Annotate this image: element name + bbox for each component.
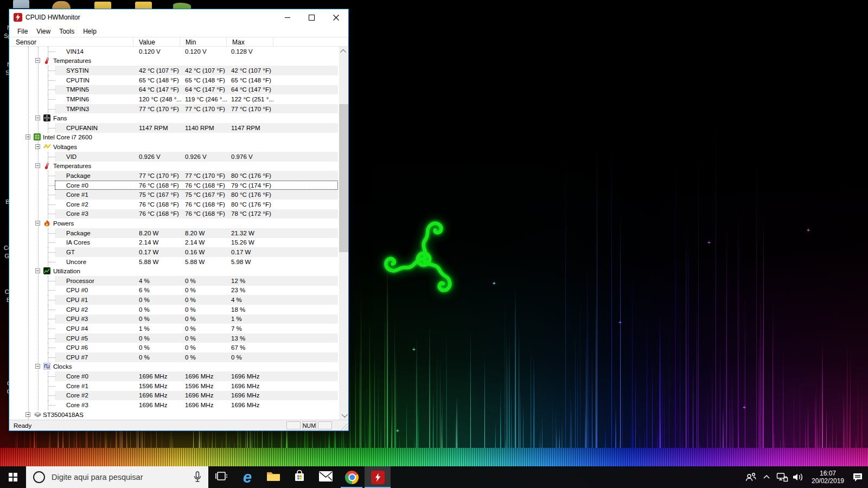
- sensor-row[interactable]: CPU #10 %0 %4 %: [9, 295, 339, 305]
- menu-tools[interactable]: Tools: [55, 27, 79, 36]
- menubar: FileViewToolsHelp: [9, 25, 348, 37]
- microphone-icon[interactable]: [193, 471, 202, 485]
- sensor-row[interactable]: Temperatures: [9, 162, 339, 171]
- max-cell: 67 %: [231, 344, 245, 351]
- menu-view[interactable]: View: [32, 27, 55, 36]
- power-icon: [43, 220, 51, 227]
- sensor-row[interactable]: CPU #60 %0 %67 %: [9, 343, 339, 352]
- light-streak: [446, 329, 447, 466]
- sensor-row[interactable]: CPUFANIN1147 RPM1140 RPM1147 RPM: [9, 123, 339, 133]
- sensor-row[interactable]: CPU #70 %0 %0 %: [9, 352, 339, 362]
- file-explorer-button[interactable]: [260, 466, 286, 488]
- tray-chevron-button[interactable]: [761, 471, 773, 483]
- action-center-button[interactable]: [852, 471, 864, 483]
- sensor-row[interactable]: Utilization: [9, 266, 339, 276]
- light-streak: [697, 298, 697, 466]
- column-header-blank[interactable]: [273, 37, 348, 46]
- sensor-row[interactable]: CPU #20 %0 %18 %: [9, 305, 339, 314]
- store-button[interactable]: [286, 466, 312, 488]
- menu-help[interactable]: Help: [79, 27, 101, 36]
- chrome-button[interactable]: [339, 466, 365, 488]
- menu-file[interactable]: File: [13, 27, 32, 36]
- sensor-row[interactable]: Core #276 °C (168 °F)76 °C (168 °F)80 °C…: [9, 200, 339, 209]
- sensor-row[interactable]: Fans: [9, 113, 339, 123]
- sensor-row[interactable]: CPU #41 %0 %7 %: [9, 324, 339, 333]
- sensor-row[interactable]: Clocks: [9, 362, 339, 372]
- start-button[interactable]: [0, 466, 26, 488]
- light-streak: [716, 109, 716, 466]
- desktop-icon-fragment[interactable]: [173, 3, 191, 9]
- sensor-row[interactable]: Powers: [9, 219, 339, 228]
- sensor-row[interactable]: TMPIN564 °C (147 °F)64 °C (147 °F)64 °C …: [9, 85, 339, 95]
- light-streak: [758, 335, 760, 466]
- scrollbar-thumb[interactable]: [339, 104, 348, 252]
- chrome-icon: [342, 468, 361, 486]
- row-background: [55, 266, 338, 276]
- minimize-button[interactable]: [275, 9, 299, 25]
- column-header-max[interactable]: Max: [227, 37, 273, 46]
- sensor-row[interactable]: Intel Core i7 2600: [9, 133, 339, 143]
- min-cell: 76 °C (168 °F): [185, 182, 225, 189]
- sensor-row[interactable]: Core #376 °C (168 °F)76 °C (168 °F)78 °C…: [9, 209, 339, 219]
- sensor-row[interactable]: CPU #06 %0 %23 %: [9, 286, 339, 296]
- internet-explorer-button[interactable]: e: [234, 466, 260, 488]
- network-icon[interactable]: [776, 471, 788, 483]
- max-cell: 12 %: [231, 278, 245, 284]
- sensor-row[interactable]: SYSTIN42 °C (107 °F)42 °C (107 °F)42 °C …: [9, 66, 339, 75]
- group-label: Utilization: [53, 268, 80, 274]
- people-button[interactable]: [745, 471, 757, 483]
- status-text: Ready: [9, 422, 31, 429]
- sensor-row[interactable]: CPU #30 %0 %1 %: [9, 314, 339, 324]
- vertical-scrollbar[interactable]: [339, 47, 348, 420]
- sensor-row[interactable]: TMPIN377 °C (170 °F)77 °C (170 °F)77 °C …: [9, 104, 339, 114]
- task-view-button[interactable]: [208, 466, 234, 488]
- light-streak: [361, 290, 361, 466]
- scroll-up-button[interactable]: [339, 47, 348, 56]
- sensor-row[interactable]: Core #175 °C (167 °F)75 °C (167 °F)80 °C…: [9, 190, 339, 200]
- fan-icon: [43, 114, 51, 122]
- sensor-row[interactable]: Package8.20 W8.20 W21.32 W: [9, 228, 339, 238]
- sensor-row[interactable]: TMPIN6120 °C (248 °...119 °C (246 °...12…: [9, 94, 339, 104]
- column-header-min[interactable]: Min: [180, 37, 227, 46]
- sensor-row[interactable]: CPUTIN65 °C (148 °F)65 °C (148 °F)65 °C …: [9, 75, 339, 85]
- sensor-label: GT: [66, 249, 75, 255]
- volume-icon[interactable]: [792, 471, 804, 483]
- titlebar[interactable]: CPUID HWMonitor: [9, 9, 348, 25]
- sensor-row-selected[interactable]: Core #076 °C (168 °F)76 °C (168 °F)79 °C…: [9, 181, 339, 190]
- desktop-icon-fragment[interactable]: [13, 0, 29, 8]
- light-streak: [745, 293, 745, 466]
- column-header-sensor[interactable]: Sensor: [9, 37, 133, 46]
- sensor-row[interactable]: Core #21696 MHz1696 MHz1696 MHz: [9, 391, 339, 401]
- sensor-label: Package: [66, 172, 91, 179]
- resize-grip[interactable]: [340, 422, 348, 430]
- maximize-button[interactable]: [299, 9, 324, 25]
- tree-line: [48, 252, 55, 253]
- sensor-row[interactable]: Core #31696 MHz1696 MHz1696 MHz: [9, 400, 339, 410]
- sensor-row[interactable]: IA Cores2.14 W2.14 W15.26 W: [9, 238, 339, 248]
- sensor-row[interactable]: Voltages: [9, 142, 339, 152]
- scroll-down-button[interactable]: [339, 410, 348, 420]
- sensor-row[interactable]: Temperatures: [9, 56, 339, 66]
- desktop-icon-fragment[interactable]: [94, 2, 111, 9]
- mail-button[interactable]: [312, 466, 339, 488]
- taskbar-clock[interactable]: 16:07 20/02/2019: [808, 470, 848, 485]
- sensor-row[interactable]: ST3500418AS: [9, 410, 339, 420]
- desktop-icon-fragment[interactable]: [135, 2, 152, 9]
- sensor-row[interactable]: CPU #50 %0 %13 %: [9, 333, 339, 343]
- sensor-row[interactable]: GT0.17 W0.16 W0.17 W: [9, 247, 339, 257]
- search-input[interactable]: Digite aqui para pesquisar: [26, 466, 208, 488]
- close-button[interactable]: [324, 9, 348, 25]
- sensor-row[interactable]: VIN140.120 V0.120 V0.128 V: [9, 47, 339, 56]
- sensor-row[interactable]: Uncore5.88 W5.88 W5.98 W: [9, 257, 339, 267]
- sensor-row[interactable]: Package77 °C (170 °F)77 °C (170 °F)80 °C…: [9, 171, 339, 181]
- hwmonitor-taskbar-button[interactable]: [365, 466, 391, 488]
- sensor-row[interactable]: Processor4 %0 %12 %: [9, 276, 339, 286]
- sensor-row[interactable]: Core #01696 MHz1696 MHz1696 MHz: [9, 371, 339, 381]
- value-cell: 1147 RPM: [139, 125, 168, 131]
- sensor-row[interactable]: Core #11596 MHz1596 MHz1696 MHz: [9, 381, 339, 391]
- column-header-value[interactable]: Value: [133, 37, 180, 46]
- max-cell: 15.26 W: [231, 239, 254, 246]
- sensor-row[interactable]: VID0.926 V0.926 V0.976 V: [9, 152, 339, 162]
- value-cell: 0 %: [139, 354, 150, 361]
- tree-line: [48, 195, 55, 195]
